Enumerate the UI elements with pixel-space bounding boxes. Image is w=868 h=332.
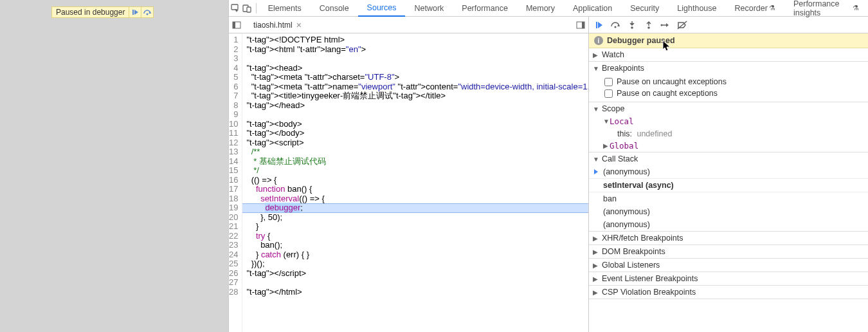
chevron-down-icon: ▼ — [603, 118, 610, 125]
paused-overlay-text: Paused in debugger — [52, 8, 129, 17]
debugger-toolbar — [589, 17, 868, 33]
chevron-right-icon: ▶ — [603, 142, 610, 149]
breakpoints-section: ▼Breakpoints Pause on uncaught exception… — [589, 62, 868, 102]
chevron-right-icon: ▶ — [593, 262, 599, 269]
paused-overlay: Paused in debugger — [51, 6, 154, 18]
svg-rect-7 — [582, 22, 584, 28]
file-tab[interactable]: tiaoshi.html × — [244, 17, 308, 33]
debugger-pane: i Debugger paused ▶Watch ▼Breakpoints Pa… — [589, 17, 868, 332]
devtools-tabbar: Elements Console Sources Network Perform… — [229, 0, 868, 17]
code-lines: "t-tag"><!DOCTYPE html>"t-tag"><html "t-… — [242, 33, 588, 332]
scope-local[interactable]: ▼Local — [589, 115, 868, 127]
svg-point-10 — [647, 26, 650, 29]
info-icon: i — [594, 36, 603, 45]
tab-application[interactable]: Application — [564, 0, 621, 17]
chevron-right-icon: ▶ — [593, 235, 599, 242]
scope-this[interactable]: this: undefined — [589, 127, 868, 140]
callstack-frame[interactable]: (anonymous) — [589, 205, 868, 218]
callstack-frame[interactable]: (anonymous) — [589, 218, 868, 231]
global-listeners-section[interactable]: ▶Global Listeners — [589, 259, 868, 272]
tab-sources[interactable]: Sources — [358, 0, 406, 17]
chevron-right-icon: ▶ — [593, 289, 599, 296]
editor-more-icon[interactable] — [573, 21, 588, 30]
svg-rect-3 — [247, 7, 251, 12]
tab-recorder[interactable]: Recorder⚗ — [726, 0, 784, 17]
close-file-icon[interactable]: × — [296, 20, 302, 30]
callstack-async: setInterval (async) — [589, 178, 868, 192]
step-button[interactable] — [658, 18, 673, 32]
navigator-toggle-icon[interactable] — [229, 21, 244, 30]
callstack-frame[interactable]: ban — [589, 192, 868, 205]
watch-section[interactable]: ▶Watch — [589, 48, 868, 62]
tab-lighthouse[interactable]: Lighthouse — [668, 0, 725, 17]
step-over-button[interactable] — [608, 18, 622, 32]
tab-security[interactable]: Security — [621, 0, 668, 17]
devtools-panel: Elements Console Sources Network Perform… — [228, 0, 868, 332]
xhr-breakpoints-section[interactable]: ▶XHR/fetch Breakpoints — [589, 232, 868, 245]
step-over-icon[interactable] — [141, 8, 153, 16]
deactivate-breakpoints-button[interactable] — [675, 18, 689, 32]
step-into-button[interactable] — [625, 18, 639, 32]
file-tab-name: tiaoshi.html — [253, 21, 293, 30]
pause-uncaught-checkbox[interactable]: Pause on uncaught exceptions — [603, 76, 864, 88]
chevron-right-icon: ▶ — [593, 275, 599, 282]
tab-performance[interactable]: Performance — [453, 0, 517, 17]
svg-rect-5 — [233, 22, 235, 28]
sources-editor: tiaoshi.html × 1234567891011121314151617… — [229, 17, 589, 332]
device-toggle-icon[interactable] — [241, 0, 253, 17]
line-gutter: 1234567891011121314151617181920212223242… — [229, 33, 242, 332]
svg-point-0 — [147, 14, 149, 15]
tab-memory[interactable]: Memory — [517, 0, 564, 17]
csp-breakpoints-section[interactable]: ▶CSP Violation Breakpoints — [589, 286, 868, 299]
chevron-down-icon: ▼ — [593, 65, 599, 72]
event-listener-breakpoints-section[interactable]: ▶Event Listener Breakpoints — [589, 272, 868, 286]
tab-console[interactable]: Console — [311, 0, 358, 17]
resume-icon[interactable] — [129, 8, 141, 16]
dom-breakpoints-section[interactable]: ▶DOM Breakpoints — [589, 245, 868, 259]
chevron-right-icon: ▶ — [593, 51, 599, 59]
scope-section: ▼Scope ▼Local this: undefined ▶Global — [589, 102, 868, 152]
code-area[interactable]: 1234567891011121314151617181920212223242… — [229, 33, 588, 332]
chevron-down-icon: ▼ — [593, 106, 599, 113]
pause-caught-checkbox[interactable]: Pause on caught exceptions — [603, 88, 864, 99]
step-out-button[interactable] — [642, 18, 656, 32]
svg-point-8 — [615, 26, 617, 28]
file-tabbar: tiaoshi.html × — [229, 17, 588, 33]
callstack-section: ▼Call Stack (anonymous) setInterval (asy… — [589, 152, 868, 232]
callstack-frame[interactable]: (anonymous) — [589, 165, 868, 178]
debugger-status: i Debugger paused — [589, 33, 868, 48]
tab-elements[interactable]: Elements — [259, 0, 311, 17]
svg-point-11 — [661, 24, 663, 26]
tab-performance-insights[interactable]: Performance insights⚗ — [784, 0, 868, 17]
inspect-icon[interactable] — [229, 0, 241, 17]
chevron-right-icon: ▶ — [593, 248, 599, 255]
chevron-down-icon: ▼ — [593, 156, 599, 163]
svg-rect-1 — [231, 5, 238, 10]
scope-global[interactable]: ▶Global — [589, 140, 868, 152]
tab-network[interactable]: Network — [405, 0, 453, 17]
resume-button[interactable] — [592, 18, 606, 32]
svg-point-9 — [631, 26, 633, 29]
